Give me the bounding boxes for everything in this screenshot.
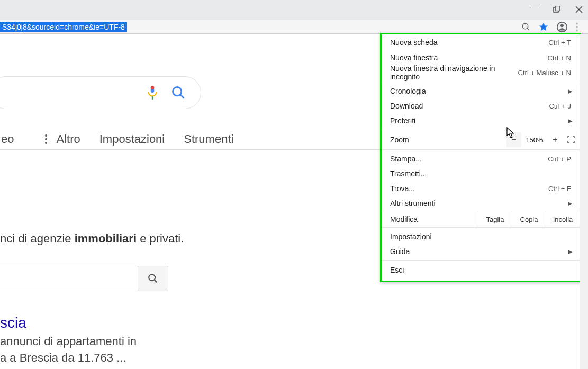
tabs-separator xyxy=(0,149,380,150)
svg-point-8 xyxy=(560,24,564,27)
voice-search-icon[interactable] xyxy=(146,85,159,101)
menu-more-tools[interactable]: Altri strumenti ▶ xyxy=(382,196,580,211)
search-tab-truncated[interactable]: eo xyxy=(0,128,18,150)
menu-exit[interactable]: Esci xyxy=(382,263,580,277)
svg-point-4 xyxy=(522,23,528,29)
address-bar-actions xyxy=(521,21,588,33)
close-button[interactable] xyxy=(575,6,583,15)
chrome-main-menu: Nuova scheda Ctrl + T Nuova finestra Ctr… xyxy=(380,33,581,282)
chevron-right-icon: ▶ xyxy=(568,248,572,255)
chevron-right-icon: ▶ xyxy=(568,118,572,124)
svg-point-19 xyxy=(45,142,47,144)
svg-point-18 xyxy=(45,138,47,140)
menu-divider xyxy=(382,130,580,130)
maximize-button[interactable] xyxy=(553,6,560,15)
window-titlebar: — xyxy=(0,0,588,20)
menu-new-tab[interactable]: Nuova scheda Ctrl + T xyxy=(382,34,580,50)
minimize-button[interactable]: — xyxy=(530,3,538,12)
result-title-link[interactable]: scia xyxy=(0,314,26,331)
search-tab-settings[interactable]: Impostazioni xyxy=(95,128,169,150)
menu-help[interactable]: Guida ▶ xyxy=(382,244,580,259)
fullscreen-button[interactable] xyxy=(563,136,580,143)
search-tab-tools[interactable]: Strumenti xyxy=(179,128,238,150)
site-search-input[interactable] xyxy=(0,266,138,291)
google-search-box[interactable] xyxy=(0,76,201,109)
vertical-scrollbar[interactable] xyxy=(580,34,588,369)
search-tabs: eo Altro Impostazioni Strumenti xyxy=(0,128,238,150)
svg-point-9 xyxy=(576,22,578,24)
menu-downloads[interactable]: Download Ctrl + J xyxy=(382,98,580,113)
address-bar[interactable]: S34j0j8&sourceid=chrome&ie=UTF-8 xyxy=(0,20,588,34)
search-icon xyxy=(147,273,159,284)
edit-paste-button[interactable]: Incolla xyxy=(546,211,580,228)
menu-history[interactable]: Cronologia ▶ xyxy=(382,84,580,98)
svg-line-5 xyxy=(527,28,529,30)
zoom-value: 150% xyxy=(521,136,548,144)
bookmark-star-icon[interactable] xyxy=(538,22,549,32)
menu-print[interactable]: Stampa... Ctrl + P xyxy=(382,151,580,166)
search-icon[interactable] xyxy=(171,85,186,100)
menu-cast[interactable]: Trasmetti... xyxy=(382,166,580,181)
svg-rect-13 xyxy=(151,86,154,89)
svg-point-10 xyxy=(576,26,578,28)
svg-point-20 xyxy=(149,274,155,281)
svg-line-16 xyxy=(180,95,184,98)
edit-copy-button[interactable]: Copia xyxy=(512,211,546,228)
menu-divider xyxy=(382,82,580,82)
more-dots-icon xyxy=(44,133,48,145)
result-description: annunci di appartamenti in a a Brescia d… xyxy=(0,334,137,366)
svg-point-17 xyxy=(45,134,47,137)
menu-divider xyxy=(382,149,580,150)
site-search-button[interactable] xyxy=(138,266,168,291)
menu-divider xyxy=(382,260,580,261)
edit-cut-button[interactable]: Taglia xyxy=(478,211,512,228)
menu-settings[interactable]: Impostazioni xyxy=(382,229,580,244)
site-search xyxy=(0,266,168,291)
zoom-in-button[interactable]: + xyxy=(548,132,563,147)
menu-find[interactable]: Trova... Ctrl + F xyxy=(382,181,580,196)
chrome-menu-icon[interactable] xyxy=(575,22,578,32)
url-text[interactable]: S34j0j8&sourceid=chrome&ie=UTF-8 xyxy=(0,22,127,32)
svg-point-11 xyxy=(576,29,578,31)
zoom-out-button[interactable]: − xyxy=(506,132,521,147)
chevron-right-icon: ▶ xyxy=(568,200,572,207)
svg-marker-6 xyxy=(539,22,548,31)
menu-incognito[interactable]: Nuova finestra di navigazione in incogni… xyxy=(382,65,580,80)
profile-icon[interactable] xyxy=(556,21,568,33)
menu-zoom: Zoom − 150% + xyxy=(382,132,580,148)
result-snippet: nci di agenzie immobiliari e privati. xyxy=(0,232,184,246)
search-tab-more[interactable]: Altro xyxy=(52,128,84,150)
svg-rect-1 xyxy=(555,6,560,11)
chevron-right-icon: ▶ xyxy=(568,88,572,95)
menu-edit-row: Modifica Taglia Copia Incolla xyxy=(382,211,580,228)
menu-bookmarks[interactable]: Preferiti ▶ xyxy=(382,113,580,128)
zoom-indicator-icon[interactable] xyxy=(521,22,531,32)
svg-line-21 xyxy=(155,280,157,283)
menu-new-window[interactable]: Nuova finestra Ctrl + N xyxy=(382,50,580,65)
svg-point-15 xyxy=(173,87,182,96)
